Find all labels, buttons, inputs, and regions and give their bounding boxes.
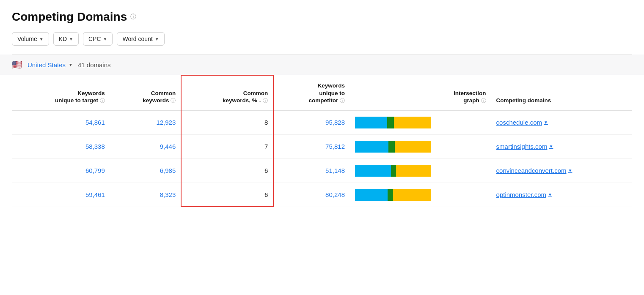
page-container: Competing Domains ⓘ Volume ▼ KD ▼ CPC ▼ … xyxy=(0,0,644,207)
domain-link[interactable]: coschedule.com ▼ xyxy=(496,119,627,126)
intersection-graph-cell xyxy=(350,183,491,207)
bar-blue xyxy=(355,117,387,128)
common-keywords-pct-cell: 7 xyxy=(181,134,273,158)
table-header-row: Keywordsunique to target ⓘ Commonkeyword… xyxy=(12,75,632,110)
keywords-unique-competitor-cell[interactable]: 75,812 xyxy=(273,134,350,158)
col-header-intersection-graph: Intersectiongraph ⓘ xyxy=(350,75,491,110)
intersection-graph-cell xyxy=(350,134,491,158)
keywords-unique-competitor-cell[interactable]: 51,148 xyxy=(273,158,350,183)
bar-green xyxy=(388,189,393,201)
table-container: Keywordsunique to target ⓘ Commonkeyword… xyxy=(12,75,632,207)
flag-icon: 🇺🇸 xyxy=(12,60,22,70)
domain-cell[interactable]: coschedule.com ▼ xyxy=(491,110,632,134)
bar-yellow xyxy=(396,165,431,177)
kd-filter[interactable]: KD ▼ xyxy=(53,32,79,46)
col-header-common-keywords-pct[interactable]: Commonkeywords, % ↓ ⓘ xyxy=(181,75,273,110)
domain-chevron-icon: ▼ xyxy=(568,168,572,173)
domain-chevron-icon: ▼ xyxy=(544,120,548,125)
bar-green xyxy=(388,141,394,153)
word-count-filter[interactable]: Word count ▼ xyxy=(117,32,164,46)
common-keywords-cell[interactable]: 6,985 xyxy=(110,158,181,183)
keywords-unique-target-cell[interactable]: 59,461 xyxy=(12,183,110,207)
word-count-label: Word count xyxy=(122,36,152,42)
keywords-unique-target-cell[interactable]: 58,338 xyxy=(12,134,110,158)
filters-row: Volume ▼ KD ▼ CPC ▼ Word count ▼ xyxy=(12,32,632,55)
cpc-label: CPC xyxy=(88,36,101,42)
common-keywords-pct-cell: 6 xyxy=(181,158,273,183)
domain-chevron-icon: ▼ xyxy=(548,192,552,197)
domain-cell[interactable]: convinceandconvert.com ▼ xyxy=(491,158,632,183)
title-info-icon: ⓘ xyxy=(130,13,136,21)
bar-blue xyxy=(355,165,391,177)
common-keywords-pct-cell: 8 xyxy=(181,110,273,134)
region-selector[interactable]: United States ▼ xyxy=(28,61,73,68)
cpc-chevron-icon: ▼ xyxy=(103,37,107,41)
table-row: 58,3389,446775,812smartinsights.com ▼ xyxy=(12,134,632,158)
bar-green xyxy=(387,117,394,128)
region-name: United States xyxy=(28,61,66,68)
domain-link[interactable]: convinceandconvert.com ▼ xyxy=(496,167,627,174)
bar-blue xyxy=(355,141,388,153)
volume-filter[interactable]: Volume ▼ xyxy=(12,32,49,46)
domain-cell[interactable]: optinmonster.com ▼ xyxy=(491,183,632,207)
common-keywords-pct-cell: 6 xyxy=(181,183,273,207)
domain-chevron-icon: ▼ xyxy=(549,144,553,149)
common-keywords-cell[interactable]: 12,923 xyxy=(110,110,181,134)
common-keywords-cell[interactable]: 9,446 xyxy=(110,134,181,158)
kd-chevron-icon: ▼ xyxy=(69,37,73,41)
bar-yellow xyxy=(395,141,431,153)
bar-yellow xyxy=(393,189,431,201)
domains-count: 41 domains xyxy=(78,61,111,68)
common-keywords-cell[interactable]: 8,323 xyxy=(110,183,181,207)
competing-domains-table: Keywordsunique to target ⓘ Commonkeyword… xyxy=(12,75,632,207)
table-row: 59,4618,323680,248optinmonster.com ▼ xyxy=(12,183,632,207)
graph-bar xyxy=(355,117,431,128)
intersection-graph-cell xyxy=(350,158,491,183)
keywords-unique-target-cell[interactable]: 54,861 xyxy=(12,110,110,134)
region-bar: 🇺🇸 United States ▼ 41 domains xyxy=(0,55,644,75)
graph-bar xyxy=(355,141,431,153)
keywords-unique-target-cell[interactable]: 60,799 xyxy=(12,158,110,183)
graph-bar xyxy=(355,165,431,177)
volume-label: Volume xyxy=(17,36,37,42)
intersection-graph-cell xyxy=(350,110,491,134)
col-header-common-keywords: Commonkeywords ⓘ xyxy=(110,75,181,110)
bar-blue xyxy=(355,189,388,201)
bar-green xyxy=(391,165,396,177)
keywords-unique-competitor-cell[interactable]: 80,248 xyxy=(273,183,350,207)
col-header-competing-domains: Competing domains xyxy=(491,75,632,110)
table-row: 60,7996,985651,148convinceandconvert.com… xyxy=(12,158,632,183)
volume-chevron-icon: ▼ xyxy=(39,37,44,41)
kd-label: KD xyxy=(59,36,67,42)
keywords-unique-competitor-cell[interactable]: 95,828 xyxy=(273,110,350,134)
domain-link[interactable]: smartinsights.com ▼ xyxy=(496,143,627,150)
page-title-row: Competing Domains ⓘ xyxy=(12,10,632,24)
domain-cell[interactable]: smartinsights.com ▼ xyxy=(491,134,632,158)
region-chevron-icon: ▼ xyxy=(69,63,73,67)
word-count-chevron-icon: ▼ xyxy=(155,37,159,41)
table-row: 54,86112,923895,828coschedule.com ▼ xyxy=(12,110,632,134)
graph-bar xyxy=(355,189,431,201)
cpc-filter[interactable]: CPC ▼ xyxy=(83,32,113,46)
col-header-keywords-unique-competitor: Keywordsunique tocompetitor ⓘ xyxy=(273,75,350,110)
page-title: Competing Domains xyxy=(12,10,127,24)
col-header-keywords-unique-target: Keywordsunique to target ⓘ xyxy=(12,75,110,110)
domain-link[interactable]: optinmonster.com ▼ xyxy=(496,191,627,198)
bar-yellow xyxy=(394,117,431,128)
